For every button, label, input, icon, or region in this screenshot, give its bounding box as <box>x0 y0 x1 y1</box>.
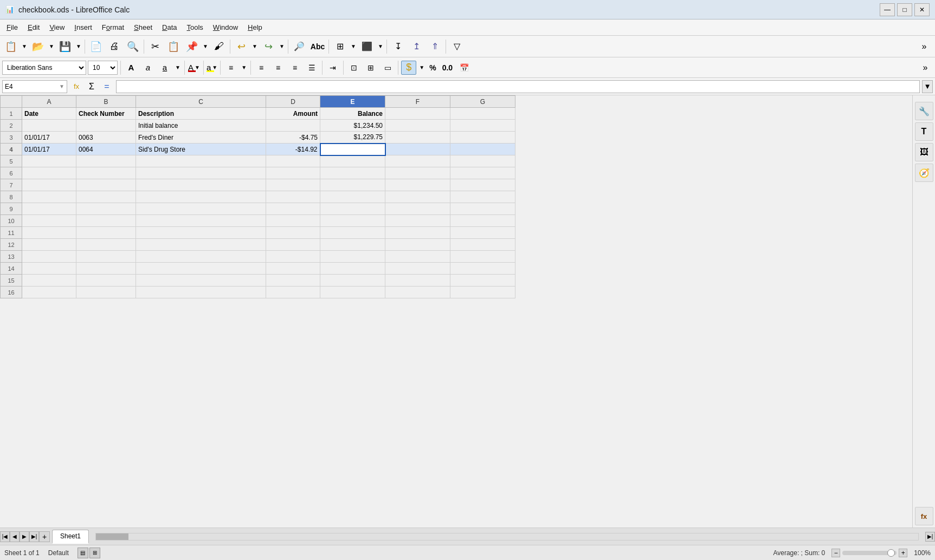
cell-C5[interactable] <box>136 155 266 167</box>
cell-C3[interactable]: Fred's Diner <box>136 132 266 144</box>
print-preview-button[interactable]: 🔍 <box>124 38 141 55</box>
paste-dropdown[interactable]: ▼ <box>202 38 209 55</box>
cell-G13[interactable] <box>450 251 515 263</box>
cell-D1[interactable]: Amount <box>266 108 320 120</box>
wrap-dropdown[interactable]: ▼ <box>240 61 248 75</box>
cell-D15[interactable] <box>266 275 320 286</box>
cell-reference-box[interactable]: E4 ▼ <box>2 80 67 93</box>
cell-G9[interactable] <box>450 203 515 215</box>
next-sheet-btn[interactable]: ▶ <box>20 531 29 542</box>
underline-dropdown[interactable]: ▼ <box>174 61 182 75</box>
sort-up-button[interactable]: ⇑ <box>426 38 443 55</box>
cell-B15[interactable] <box>76 275 136 286</box>
last-sheet-btn[interactable]: ▶| <box>29 531 39 542</box>
navigator-sidebar-btn[interactable]: 🧭 <box>915 164 933 182</box>
cell-B14[interactable] <box>76 263 136 275</box>
cell-B11[interactable] <box>76 227 136 239</box>
cell-A15[interactable] <box>22 275 76 286</box>
cell-A11[interactable] <box>22 227 76 239</box>
font-color-btn[interactable]: A ▼ <box>188 62 201 73</box>
cell-A16[interactable] <box>22 286 76 298</box>
menu-insert[interactable]: Insert <box>70 22 96 33</box>
cell-D2[interactable] <box>266 120 320 132</box>
cell-C11[interactable] <box>136 227 266 239</box>
cell-D3[interactable]: -$4.75 <box>266 132 320 144</box>
menu-data[interactable]: Data <box>158 22 181 33</box>
cell-F10[interactable] <box>385 215 450 227</box>
date-format-button[interactable]: 📅 <box>456 61 472 75</box>
cell-E11[interactable] <box>320 227 385 239</box>
cell-B7[interactable] <box>76 179 136 191</box>
col-header-e[interactable]: E <box>320 96 385 108</box>
cell-G10[interactable] <box>450 215 515 227</box>
menu-tools[interactable]: Tools <box>183 22 208 33</box>
function-wizard-button[interactable]: fx <box>69 80 83 93</box>
sheet-tab-sheet1[interactable]: Sheet1 <box>52 530 89 544</box>
cell-G2[interactable] <box>450 120 515 132</box>
maximize-button[interactable]: □ <box>897 3 912 16</box>
cell-F7[interactable] <box>385 179 450 191</box>
cell-B3[interactable]: 0063 <box>76 132 136 144</box>
open-dropdown[interactable]: ▼ <box>48 38 55 55</box>
cell-D14[interactable] <box>266 263 320 275</box>
justify-button[interactable]: ☰ <box>304 61 319 75</box>
indent-button[interactable]: ⇥ <box>325 61 340 75</box>
menu-format[interactable]: Format <box>98 22 128 33</box>
cell-G15[interactable] <box>450 275 515 286</box>
cell-C7[interactable] <box>136 179 266 191</box>
cell-B8[interactable] <box>76 191 136 203</box>
pagebreak-view-btn[interactable]: ⊞ <box>89 548 100 558</box>
cell-A1[interactable]: Date <box>22 108 76 120</box>
save-button[interactable]: 💾 <box>56 38 74 55</box>
cell-C9[interactable] <box>136 203 266 215</box>
cell-G1[interactable] <box>450 108 515 120</box>
cell-E13[interactable] <box>320 251 385 263</box>
cell-E16[interactable] <box>320 286 385 298</box>
col-header-b[interactable]: B <box>76 96 136 108</box>
cell-D5[interactable] <box>266 155 320 167</box>
sort-asc-button[interactable]: ↧ <box>389 38 407 55</box>
close-button[interactable]: ✕ <box>914 3 930 16</box>
formula-input[interactable] <box>116 80 920 93</box>
cell-C10[interactable] <box>136 215 266 227</box>
frame-button[interactable]: ▭ <box>380 61 395 75</box>
cell-F3[interactable] <box>385 132 450 144</box>
toolbar-more-button[interactable]: » <box>915 38 933 55</box>
cell-E14[interactable] <box>320 263 385 275</box>
prev-sheet-btn[interactable]: ◀ <box>10 531 20 542</box>
cell-E8[interactable] <box>320 191 385 203</box>
add-sheet-btn[interactable]: + <box>39 531 50 542</box>
cell-A2[interactable] <box>22 120 76 132</box>
spellcheck-button[interactable]: Abc <box>309 38 326 55</box>
cell-F16[interactable] <box>385 286 450 298</box>
grid-scroll-area[interactable]: A B C D E F G 1DateCheck NumberDescripti… <box>0 95 912 528</box>
styles-sidebar-btn[interactable]: T <box>915 122 933 141</box>
cut-button[interactable]: ✂ <box>146 38 164 55</box>
italic-button[interactable]: a <box>140 61 156 75</box>
cell-C2[interactable]: Initial balance <box>136 120 266 132</box>
redo-button[interactable]: ↪ <box>260 38 277 55</box>
cell-A6[interactable] <box>22 167 76 179</box>
cell-F8[interactable] <box>385 191 450 203</box>
autofilter-button[interactable]: ▽ <box>448 38 466 55</box>
cell-D9[interactable] <box>266 203 320 215</box>
underline-button[interactable]: a <box>157 61 172 75</box>
horizontal-scrollbar-thumb[interactable] <box>96 533 128 540</box>
currency-dropdown[interactable]: ▼ <box>418 61 425 75</box>
cell-D4[interactable]: -$14.92 <box>266 144 320 155</box>
cell-G14[interactable] <box>450 263 515 275</box>
cell-A9[interactable] <box>22 203 76 215</box>
cell-C15[interactable] <box>136 275 266 286</box>
menu-help[interactable]: Help <box>243 22 267 33</box>
cell-F4[interactable] <box>385 144 450 155</box>
bg-color-button[interactable]: ⬛ <box>358 38 376 55</box>
cell-F11[interactable] <box>385 227 450 239</box>
clone-format-button[interactable]: 🖌 <box>210 38 228 55</box>
cell-B9[interactable] <box>76 203 136 215</box>
cell-A8[interactable] <box>22 191 76 203</box>
functions-sidebar-btn[interactable]: fx <box>915 507 933 525</box>
cell-E3[interactable]: $1,229.75 <box>320 132 385 144</box>
cell-A14[interactable] <box>22 263 76 275</box>
menu-sheet[interactable]: Sheet <box>130 22 157 33</box>
cell-E9[interactable] <box>320 203 385 215</box>
